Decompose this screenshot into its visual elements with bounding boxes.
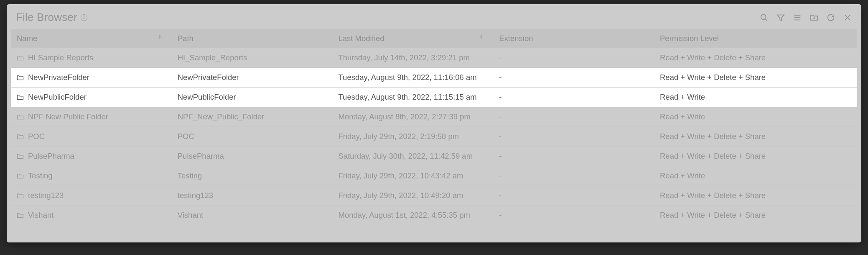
row-name: NewPrivateFolder [28, 73, 89, 82]
cell-path: HI_Sample_Reports [172, 48, 333, 68]
col-path-label: Path [178, 34, 193, 43]
cell-path: Vishant [172, 206, 333, 225]
cell-name[interactable]: PulsePharma [11, 147, 172, 166]
cell-permission: Read + Write + Delete + Share [654, 68, 857, 88]
cell-name[interactable]: Testing [11, 166, 172, 186]
row-name: Testing [28, 171, 53, 180]
row-name: NPF New Public Folder [28, 112, 108, 121]
table-scroll[interactable]: Name ▲▼ Path Last Modified ▲▼ [11, 29, 857, 237]
col-name[interactable]: Name ▲▼ [11, 29, 172, 48]
cell-extension: - [493, 147, 654, 166]
cell-modified: Friday, July 29th, 2022, 10:49:20 am [333, 186, 494, 206]
cell-path: POC [172, 127, 333, 147]
cell-modified: Tuesday, August 9th, 2022, 11:15:15 am [333, 88, 494, 107]
cell-extension: - [493, 206, 654, 225]
col-modified[interactable]: Last Modified ▲▼ [333, 29, 494, 48]
cell-permission: Read + Write [654, 166, 857, 186]
table-row[interactable]: TestingTestingFriday, July 29th, 2022, 1… [11, 166, 857, 186]
folder-icon [17, 75, 24, 80]
cell-path: NewPrivateFolder [172, 68, 333, 88]
cell-permission: Read + Write + Delete + Share [654, 127, 857, 147]
cell-extension: - [493, 48, 654, 68]
cell-modified: Thursday, July 14th, 2022, 3:29:21 pm [333, 48, 494, 68]
row-name: PulsePharma [28, 152, 74, 161]
page-title: File Browser [16, 11, 77, 24]
cell-modified: Saturday, July 30th, 2022, 11:42:59 am [333, 147, 494, 166]
folder-icon [17, 153, 24, 159]
cell-path: testing123 [172, 186, 333, 206]
col-extension[interactable]: Extension [493, 29, 654, 48]
table-row[interactable]: testing123testing123Friday, July 29th, 2… [11, 186, 857, 206]
cell-permission: Read + Write + Delete + Share [654, 206, 857, 225]
row-name: HI Sample Reports [28, 53, 93, 62]
col-path[interactable]: Path [172, 29, 333, 48]
cell-modified: Tuesday, August 9th, 2022, 11:16:06 am [333, 68, 494, 88]
folder-icon [17, 173, 24, 179]
toolbar [759, 13, 852, 22]
close-icon[interactable] [843, 13, 852, 22]
info-icon[interactable]: i [81, 14, 87, 21]
table-row[interactable]: VishantVishantMonday, August 1st, 2022, … [11, 206, 857, 225]
cell-name[interactable]: testing123 [11, 186, 172, 206]
folder-icon [17, 55, 24, 61]
svg-line-1 [765, 18, 767, 20]
row-name: Vishant [28, 211, 53, 220]
cell-path: PulsePharma [172, 147, 333, 166]
titlebar: File Browser i [7, 4, 861, 29]
folder-icon [17, 193, 24, 198]
folder-icon [17, 114, 24, 120]
filter-icon[interactable] [776, 13, 785, 22]
folder-icon [17, 134, 24, 139]
cell-name[interactable]: POC [11, 127, 172, 147]
cell-name[interactable]: NewPublicFolder [11, 88, 172, 107]
refresh-icon[interactable] [826, 13, 835, 22]
table-row[interactable]: HI Sample ReportsHI_Sample_ReportsThursd… [11, 48, 857, 68]
folder-icon [17, 212, 24, 218]
cell-extension: - [493, 68, 654, 88]
cell-permission: Read + Write [654, 88, 857, 107]
col-name-label: Name [17, 34, 37, 43]
cell-extension: - [493, 186, 654, 206]
table-row[interactable]: POCPOCFriday, July 29th, 2022, 2:19:58 p… [11, 127, 857, 147]
cell-path: Testing [172, 166, 333, 186]
svg-marker-2 [777, 15, 784, 21]
cell-path: NewPublicFolder [172, 88, 333, 107]
table-row[interactable]: NPF New Public FolderNPF_New_Public_Fold… [11, 107, 857, 127]
cell-permission: Read + Write + Delete + Share [654, 186, 857, 206]
sort-icon[interactable]: ▲▼ [158, 34, 162, 39]
svg-point-0 [761, 14, 766, 19]
cell-permission: Read + Write + Delete + Share [654, 147, 857, 166]
col-extension-label: Extension [499, 34, 533, 43]
row-name: POC [28, 132, 45, 141]
cell-name[interactable]: NPF New Public Folder [11, 107, 172, 127]
table-row[interactable]: NewPublicFolderNewPublicFolderTuesday, A… [11, 88, 857, 107]
col-permission[interactable]: Permission Level [654, 29, 857, 48]
new-folder-icon[interactable] [809, 13, 819, 22]
cell-extension: - [493, 166, 654, 186]
cell-path: NPF_New_Public_Folder [172, 107, 333, 127]
col-permission-label: Permission Level [660, 34, 719, 43]
cell-modified: Friday, July 29th, 2022, 2:19:58 pm [333, 127, 494, 147]
folder-icon [17, 94, 24, 100]
cell-name[interactable]: HI Sample Reports [11, 48, 172, 68]
file-table: Name ▲▼ Path Last Modified ▲▼ [11, 29, 857, 225]
row-name: NewPublicFolder [28, 93, 87, 102]
cell-modified: Monday, August 8th, 2022, 2:27:39 pm [333, 107, 494, 127]
cell-extension: - [493, 127, 654, 147]
row-name: testing123 [28, 191, 64, 200]
table-row[interactable]: NewPrivateFolderNewPrivateFolderTuesday,… [11, 68, 857, 88]
cell-permission: Read + Write [654, 107, 857, 127]
search-icon[interactable] [759, 13, 769, 22]
list-icon[interactable] [793, 13, 802, 22]
cell-permission: Read + Write + Delete + Share [654, 48, 857, 68]
table-header-row: Name ▲▼ Path Last Modified ▲▼ [11, 29, 857, 48]
table-row[interactable]: PulsePharmaPulsePharmaSaturday, July 30t… [11, 147, 857, 166]
sort-icon[interactable]: ▲▼ [479, 34, 483, 39]
cell-modified: Friday, July 29th, 2022, 10:43:42 am [333, 166, 494, 186]
cell-modified: Monday, August 1st, 2022, 4:55:35 pm [333, 206, 494, 225]
cell-name[interactable]: NewPrivateFolder [11, 68, 172, 88]
cell-extension: - [493, 107, 654, 127]
cell-name[interactable]: Vishant [11, 206, 172, 225]
cell-extension: - [493, 88, 654, 107]
col-modified-label: Last Modified [339, 34, 384, 43]
